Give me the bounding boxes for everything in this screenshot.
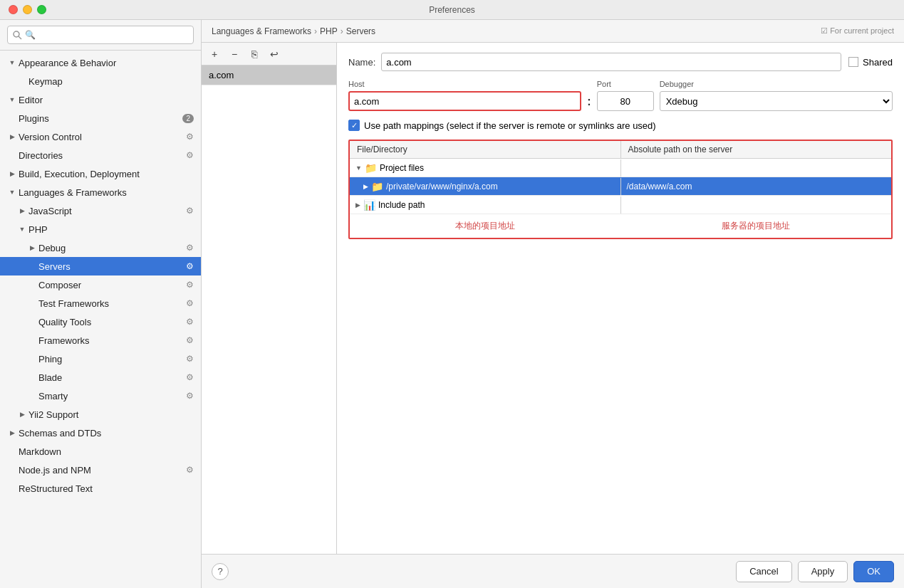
project-files-cell: ▼ 📁 Project files: [350, 159, 621, 177]
sidebar-content: Appearance & Behavior Keymap Editor Plug…: [0, 51, 201, 588]
debugger-select[interactable]: Xdebug Zend Debugger: [660, 91, 893, 111]
sidebar-label-js: JavaScript: [28, 206, 183, 216]
remove-server-button[interactable]: −: [226, 46, 243, 63]
sidebar-item-markdown[interactable]: Markdown: [0, 442, 201, 461]
config-icon-nodejs: ⚙: [186, 465, 194, 475]
config-icon-quality: ⚙: [186, 317, 194, 327]
port-label: Port: [597, 80, 654, 88]
host-label: Host: [348, 80, 581, 88]
sidebar-item-phing[interactable]: Phing ⚙: [0, 350, 201, 368]
apply-button[interactable]: Apply: [798, 561, 848, 582]
sidebar-item-yii2[interactable]: Yii2 Support: [0, 405, 201, 424]
copy-server-button[interactable]: ⎘: [246, 46, 263, 63]
sidebar-item-php[interactable]: PHP: [0, 220, 201, 238]
sidebar-label-dirs: Directories: [19, 150, 183, 161]
include-path-cell: ▶ 📊 Include path: [350, 196, 621, 214]
sidebar-label-schemas: Schemas and DTDs: [19, 428, 194, 439]
sidebar-item-servers[interactable]: Servers ⚙: [0, 257, 201, 275]
sidebar-label-keymap: Keymap: [28, 76, 194, 87]
sidebar-item-keymap[interactable]: Keymap: [0, 72, 201, 90]
cancel-button[interactable]: Cancel: [736, 561, 791, 582]
debugger-group: Debugger Xdebug Zend Debugger: [660, 80, 893, 111]
bottom-bar: ? Cancel Apply OK: [202, 554, 904, 588]
sidebar-item-javascript[interactable]: JavaScript ⚙: [0, 201, 201, 220]
expand-arrow-build: [7, 169, 17, 179]
sidebar-item-restructured[interactable]: ReStructured Text: [0, 479, 201, 498]
host-port-row: Host : Port Debugger Xdebug Zen: [348, 80, 893, 111]
sidebar-item-languages[interactable]: Languages & Frameworks: [0, 183, 201, 201]
sidebar-label-yii2: Yii2 Support: [28, 409, 194, 420]
ok-button[interactable]: OK: [853, 561, 894, 582]
expand-arrow-debug: [27, 243, 37, 253]
mapping-left-cell: ▶ ▶ 📁 /private/var/www/nginx/a.com: [350, 178, 621, 195]
path-table-header: File/Directory Absolute path on the serv…: [350, 141, 891, 159]
mapping-leaf-arrow: ▶: [363, 183, 368, 190]
breadcrumb-part2: PHP: [320, 26, 338, 36]
main-area: Appearance & Behavior Keymap Editor Plug…: [0, 20, 904, 588]
sidebar: Appearance & Behavior Keymap Editor Plug…: [0, 20, 202, 588]
path-mapping-checkbox[interactable]: ✓: [348, 120, 360, 131]
shared-label: Shared: [863, 57, 893, 68]
breadcrumb-part3: Servers: [346, 26, 375, 36]
config-icon-smarty: ⚙: [186, 391, 194, 401]
sidebar-item-schemas[interactable]: Schemas and DTDs: [0, 424, 201, 442]
sidebar-label-servers: Servers: [38, 261, 183, 272]
sidebar-item-blade[interactable]: Blade ⚙: [0, 368, 201, 387]
include-arrow: ▶: [355, 201, 360, 209]
host-input[interactable]: [348, 91, 581, 111]
help-button[interactable]: ?: [212, 563, 229, 580]
sidebar-item-debug[interactable]: Debug ⚙: [0, 238, 201, 257]
config-icon-servers: ⚙: [186, 261, 194, 271]
expand-arrow-appearance: [7, 58, 17, 68]
expand-arrow-schemas: [7, 428, 17, 438]
config-icon-vc: ⚙: [186, 132, 194, 142]
include-icon: 📊: [363, 199, 375, 211]
maximize-button[interactable]: [37, 5, 46, 14]
sidebar-label-test: Test Frameworks: [38, 298, 183, 309]
mapping-row[interactable]: ▶ ▶ 📁 /private/var/www/nginx/a.com /data…: [350, 177, 891, 196]
sidebar-item-composer[interactable]: Composer ⚙: [0, 275, 201, 294]
sidebar-item-editor[interactable]: Editor: [0, 90, 201, 109]
hint-row: 本地的项目地址 服务器的项目地址: [350, 214, 891, 238]
sidebar-item-nodejs[interactable]: Node.js and NPM ⚙: [0, 461, 201, 479]
include-path-row: ▶ 📊 Include path: [350, 196, 891, 214]
minimize-button[interactable]: [23, 5, 32, 14]
detail-panel: Name: Shared Host :: [337, 43, 904, 554]
sidebar-item-quality-tools[interactable]: Quality Tools ⚙: [0, 313, 201, 331]
sidebar-label-phing: Phing: [38, 354, 183, 364]
sidebar-item-appearance[interactable]: Appearance & Behavior: [0, 53, 201, 72]
search-box: [0, 20, 201, 51]
expand-arrow-vc: [7, 132, 17, 142]
hint-local: 本地的项目地址: [350, 217, 620, 235]
search-input[interactable]: [7, 26, 194, 44]
sidebar-item-frameworks[interactable]: Frameworks ⚙: [0, 331, 201, 350]
config-icon-debug: ⚙: [186, 243, 194, 253]
col-file-dir: File/Directory: [350, 141, 621, 158]
name-input[interactable]: [381, 53, 841, 71]
sidebar-item-directories[interactable]: Directories ⚙: [0, 146, 201, 164]
shared-checkbox[interactable]: [848, 57, 858, 67]
sidebar-label-nodejs: Node.js and NPM: [19, 465, 183, 476]
sidebar-item-plugins[interactable]: Plugins 2: [0, 109, 201, 127]
window-controls[interactable]: [9, 5, 46, 14]
expand-arrow-langs: [7, 187, 17, 197]
sidebar-item-build[interactable]: Build, Execution, Deployment: [0, 164, 201, 183]
sidebar-label-build: Build, Execution, Deployment: [19, 169, 194, 179]
add-server-button[interactable]: +: [206, 46, 223, 63]
list-item-acom[interactable]: a.com: [202, 65, 336, 85]
breadcrumb-sep1: ›: [314, 26, 317, 36]
close-button[interactable]: [9, 5, 18, 14]
port-input[interactable]: [597, 91, 654, 111]
include-path-label: Include path: [378, 200, 425, 210]
sidebar-item-smarty[interactable]: Smarty ⚙: [0, 387, 201, 405]
name-row: Name: Shared: [348, 53, 893, 71]
sidebar-item-test-frameworks[interactable]: Test Frameworks ⚙: [0, 294, 201, 313]
project-files-arrow: ▼: [355, 164, 362, 172]
breadcrumb-part1: Languages & Frameworks: [212, 26, 311, 36]
sidebar-label-restructured: ReStructured Text: [19, 483, 194, 494]
sidebar-item-version-control[interactable]: Version Control ⚙: [0, 127, 201, 146]
sidebar-label-frameworks: Frameworks: [38, 335, 183, 346]
reset-server-button[interactable]: ↩: [266, 46, 283, 63]
sidebar-label-quality: Quality Tools: [38, 317, 183, 327]
config-icon-composer: ⚙: [186, 280, 194, 290]
